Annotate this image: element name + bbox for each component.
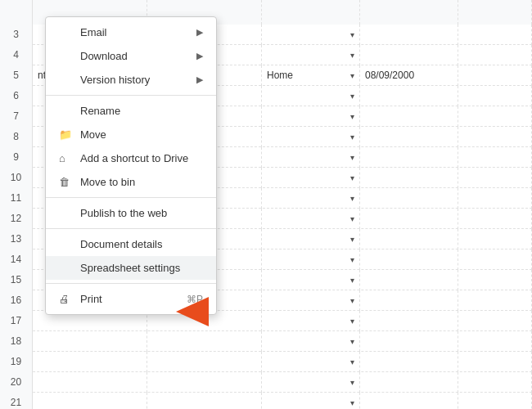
menu-item-move[interactable]: 📁Move <box>46 123 216 146</box>
arrow-shape <box>176 297 209 326</box>
cell-extra[interactable] <box>458 86 532 106</box>
cell-date[interactable] <box>360 188 458 209</box>
cell-extra[interactable] <box>458 45 532 65</box>
menu-item-rename[interactable]: Rename <box>46 99 216 123</box>
cell-date[interactable] <box>360 168 458 188</box>
cell-extra[interactable] <box>458 188 532 209</box>
cell-date[interactable] <box>360 209 458 229</box>
cell-date[interactable] <box>360 352 458 372</box>
row-number: 13 <box>0 229 33 249</box>
cell-date[interactable] <box>360 106 458 127</box>
menu-item-version_history[interactable]: Version history▶ <box>46 68 216 92</box>
shortcut-icon: ⌂ <box>59 152 75 164</box>
cell-extra[interactable] <box>458 25 532 45</box>
cell-description[interactable] <box>33 331 147 352</box>
row-number: 9 <box>0 147 33 168</box>
category-value: Home <box>267 65 293 86</box>
cell-date[interactable] <box>360 127 458 147</box>
cell-category[interactable]: ▾ <box>262 86 360 106</box>
cell-category[interactable]: ▾ <box>262 249 360 270</box>
menu-item-move_to_bin[interactable]: 🗑Move to bin <box>46 170 216 194</box>
cell-date[interactable] <box>360 290 458 311</box>
cell-category[interactable]: ▾ <box>262 25 360 45</box>
cell-date[interactable] <box>360 86 458 106</box>
cell-date[interactable] <box>360 372 458 393</box>
menu-item-email[interactable]: Email▶ <box>46 20 216 44</box>
cell-description2[interactable] <box>147 393 262 409</box>
cell-date[interactable] <box>360 147 458 168</box>
cell-category[interactable]: ▾ <box>262 393 360 409</box>
cell-category[interactable]: ▾ <box>262 311 360 331</box>
cell-date[interactable] <box>360 311 458 331</box>
cell-description[interactable] <box>33 352 147 372</box>
cell-extra[interactable] <box>458 249 532 270</box>
cell-extra[interactable] <box>458 209 532 229</box>
cell-category[interactable]: ▾ <box>262 270 360 290</box>
menu-item-label: Download <box>80 50 196 62</box>
cell-extra[interactable] <box>458 270 532 290</box>
menu-item-spreadsheet_settings[interactable]: Spreadsheet settings <box>46 256 216 280</box>
cell-category[interactable]: ▾ <box>262 209 360 229</box>
cell-date[interactable] <box>360 249 458 270</box>
cell-extra[interactable] <box>458 127 532 147</box>
cell-extra[interactable] <box>458 106 532 127</box>
cell-category[interactable]: ▾ <box>262 188 360 209</box>
cell-date[interactable] <box>360 25 458 45</box>
row-number: 15 <box>0 270 33 290</box>
cell-category[interactable]: ▾ <box>262 229 360 249</box>
cell-extra[interactable] <box>458 311 532 331</box>
cell-category[interactable]: ▾ <box>262 127 360 147</box>
dropdown-arrow-icon: ▾ <box>350 188 354 209</box>
cell-extra[interactable] <box>458 147 532 168</box>
cell-extra[interactable] <box>458 372 532 393</box>
menu-divider <box>46 228 216 229</box>
cell-extra[interactable] <box>458 65 532 86</box>
dropdown-arrow-icon: ▾ <box>350 106 354 127</box>
menu-item-label: Version history <box>80 74 196 86</box>
cell-extra[interactable] <box>458 352 532 372</box>
dropdown-arrow-icon: ▾ <box>350 168 354 188</box>
cell-category[interactable]: ▾ <box>262 106 360 127</box>
cell-extra[interactable] <box>458 168 532 188</box>
row-number: 18 <box>0 331 33 352</box>
cell-category[interactable]: Home▾ <box>262 65 360 86</box>
row-number: 10 <box>0 168 33 188</box>
cell-description2[interactable] <box>147 372 262 393</box>
cell-category[interactable]: ▾ <box>262 45 360 65</box>
cell-date[interactable] <box>360 45 458 65</box>
table-row: 18▾ <box>0 331 532 352</box>
cell-extra[interactable] <box>458 229 532 249</box>
submenu-arrow-icon: ▶ <box>196 74 203 85</box>
dropdown-arrow-icon: ▾ <box>350 352 354 372</box>
cell-date[interactable]: 08/09/2000 <box>360 65 458 86</box>
cell-extra[interactable] <box>458 290 532 311</box>
menu-item-download[interactable]: Download▶ <box>46 44 216 68</box>
menu-item-publish[interactable]: Publish to the web <box>46 201 216 225</box>
cell-description2[interactable] <box>147 352 262 372</box>
cell-category[interactable]: ▾ <box>262 372 360 393</box>
cell-date[interactable] <box>360 331 458 352</box>
cell-category[interactable]: ▾ <box>262 352 360 372</box>
arrow-indicator <box>176 297 209 329</box>
cell-category[interactable]: ▾ <box>262 147 360 168</box>
cell-category[interactable]: ▾ <box>262 331 360 352</box>
menu-item-label: Print <box>80 293 187 305</box>
menu-item-add_shortcut[interactable]: ⌂Add a shortcut to Drive <box>46 146 216 170</box>
cell-date[interactable] <box>360 393 458 409</box>
row-number: 20 <box>0 372 33 393</box>
cell-description2[interactable] <box>147 331 262 352</box>
dropdown-arrow-icon: ▾ <box>350 147 354 168</box>
cell-date[interactable] <box>360 229 458 249</box>
cell-extra[interactable] <box>458 393 532 409</box>
submenu-arrow-icon: ▶ <box>196 51 203 61</box>
row-number: 4 <box>0 45 33 65</box>
cell-category[interactable]: ▾ <box>262 290 360 311</box>
menu-item-document_details[interactable]: Document details <box>46 232 216 256</box>
cell-description[interactable] <box>33 393 147 409</box>
cell-extra[interactable] <box>458 331 532 352</box>
cell-category[interactable]: ▾ <box>262 168 360 188</box>
cell-date[interactable] <box>360 270 458 290</box>
cell-description[interactable] <box>33 372 147 393</box>
row-number: 3 <box>0 25 33 45</box>
table-row: 21▾ <box>0 393 532 409</box>
